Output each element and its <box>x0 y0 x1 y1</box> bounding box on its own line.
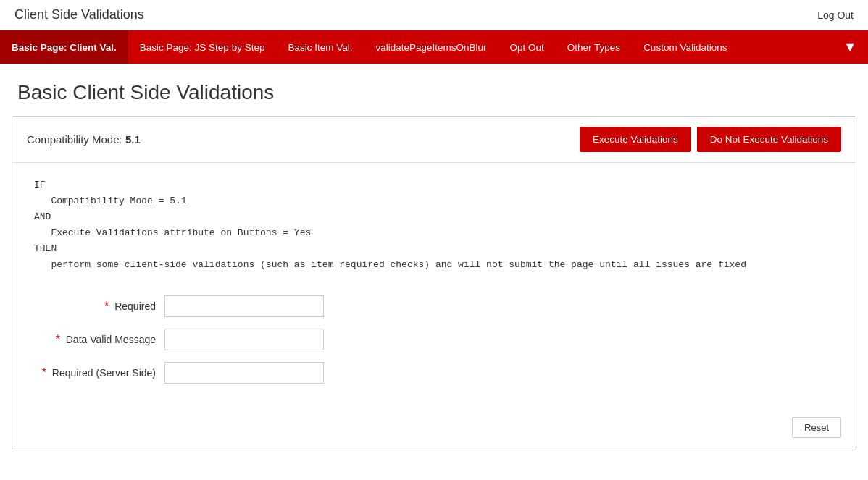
nav-bar: Basic Page: Client Val. Basic Page: JS S… <box>0 30 868 64</box>
top-header: Client Side Validations Log Out <box>0 0 868 30</box>
required-label: * Required <box>34 300 164 313</box>
execute-validations-button[interactable]: Execute Validations <box>580 127 691 152</box>
code-line-4: Execute Validations attribute on Buttons… <box>34 225 834 241</box>
code-block: IF Compatibility Mode = 5.1 AND Execute … <box>12 163 856 288</box>
do-not-execute-validations-button[interactable]: Do Not Execute Validations <box>697 127 841 152</box>
code-line-2: Compatibility Mode = 5.1 <box>34 193 834 209</box>
form-section: * Required * Data Valid Message * Requir… <box>12 288 856 410</box>
form-row-data-valid-message: * Data Valid Message <box>34 329 834 350</box>
nav-chevron-icon[interactable]: ▼ <box>832 30 868 64</box>
page-title: Basic Client Side Validations <box>0 64 868 116</box>
data-valid-message-label: * Data Valid Message <box>34 333 164 346</box>
app-title: Client Side Validations <box>14 7 144 22</box>
code-line-3: AND <box>34 209 834 225</box>
nav-item-basic-item-val[interactable]: Basic Item Val. <box>276 30 364 64</box>
nav-item-other-types[interactable]: Other Types <box>556 30 632 64</box>
compat-value: 5.1 <box>125 133 141 146</box>
form-row-required: * Required <box>34 295 834 317</box>
code-line-6: perform some client-side validations (su… <box>34 257 834 273</box>
data-valid-message-input[interactable] <box>164 329 324 350</box>
nav-item-basic-page-js-step[interactable]: Basic Page: JS Step by Step <box>128 30 277 64</box>
compat-row: Compatibility Mode: 5.1 Execute Validati… <box>12 117 856 163</box>
nav-item-opt-out[interactable]: Opt Out <box>498 30 556 64</box>
compat-text: Compatibility Mode: 5.1 <box>27 133 141 146</box>
logout-link[interactable]: Log Out <box>817 9 854 21</box>
nav-item-validate-page-items-on-blur[interactable]: validatePageItemsOnBlur <box>364 30 498 64</box>
code-line-5: THEN <box>34 241 834 257</box>
content-area: Compatibility Mode: 5.1 Execute Validati… <box>12 116 856 450</box>
required-star-2: * <box>56 333 60 345</box>
reset-button[interactable]: Reset <box>792 417 841 438</box>
code-line-1: IF <box>34 177 834 193</box>
required-star-3: * <box>42 366 46 379</box>
nav-item-basic-page-client-val[interactable]: Basic Page: Client Val. <box>0 30 128 64</box>
reset-row: Reset <box>12 410 856 450</box>
required-input[interactable] <box>164 295 324 317</box>
required-server-side-label: * Required (Server Side) <box>34 366 164 379</box>
button-group: Execute Validations Do Not Execute Valid… <box>580 127 841 152</box>
required-server-side-input[interactable] <box>164 362 324 384</box>
form-row-required-server-side: * Required (Server Side) <box>34 362 834 384</box>
required-star-1: * <box>104 300 109 312</box>
nav-item-custom-validations[interactable]: Custom Validations <box>632 30 738 64</box>
